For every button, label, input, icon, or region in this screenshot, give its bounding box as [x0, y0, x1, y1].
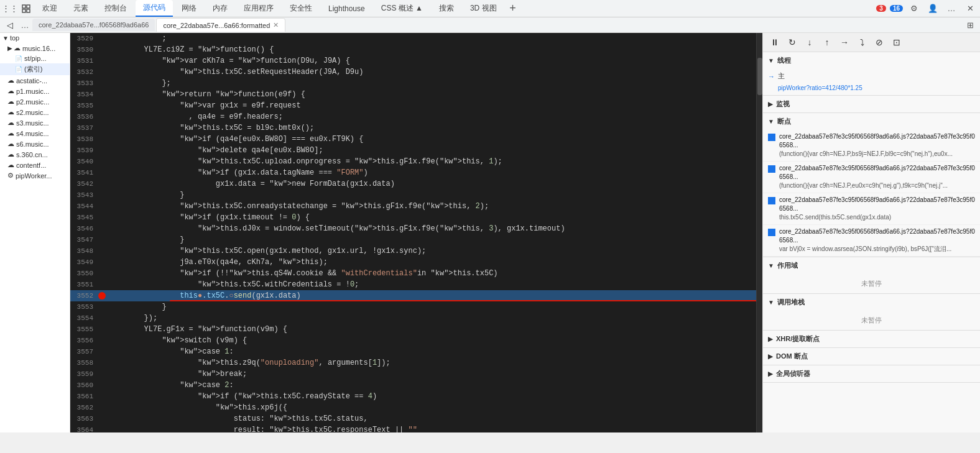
- code-line[interactable]: 3555 YL7E.gF1x = "kw">function(v9m) {: [70, 324, 762, 335]
- step-into-btn[interactable]: ↓: [803, 35, 816, 49]
- sidebar-item-acstatic[interactable]: ☁ acstatic-...: [0, 75, 70, 86]
- bp-checkbox-3[interactable]: [768, 197, 775, 204]
- code-line[interactable]: 3559 "kw">break;: [70, 368, 762, 380]
- code-line[interactable]: 3562 "kw">this.xp6j({: [70, 402, 762, 413]
- code-editor[interactable]: 3529 ;3530 YL7E.ci9Z = "kw">function() {…: [70, 33, 762, 432]
- code-line[interactable]: 3541 "kw">if (gx1x.data.tagName === "FOR…: [70, 167, 762, 178]
- scrollbar-thumb[interactable]: [757, 58, 762, 95]
- settings-icon[interactable]: ⚙: [907, 1, 922, 16]
- code-line[interactable]: 3551 "kw">this.tx5C.withCredentials = !0…: [70, 279, 762, 290]
- code-line[interactable]: 3560 "kw">case 2:: [70, 380, 762, 391]
- sidebar-item-s3music[interactable]: ☁ s3.music...: [0, 117, 70, 128]
- format-icon[interactable]: ⊞: [963, 17, 978, 32]
- more-icon[interactable]: …: [944, 1, 959, 16]
- tab-console[interactable]: 控制台: [97, 1, 134, 16]
- threads-header[interactable]: ▼ 线程: [763, 52, 980, 69]
- inspect-icon[interactable]: [19, 1, 34, 16]
- code-line[interactable]: 3534 "kw">return "kw">function(e9f) {: [70, 89, 762, 100]
- back-icon[interactable]: ◁: [2, 17, 17, 32]
- code-area[interactable]: 3529 ;3530 YL7E.ci9Z = "kw">function() {…: [70, 33, 762, 432]
- file-tab-2-close[interactable]: ✕: [273, 21, 279, 29]
- code-line[interactable]: 3553 }: [70, 301, 762, 313]
- tab-network[interactable]: 网络: [174, 1, 204, 16]
- code-line[interactable]: 3542 gx1x.data = "kw">new FormData(gx1x.…: [70, 178, 762, 190]
- tab-3d-view[interactable]: 3D 视图: [463, 1, 504, 16]
- add-tab-icon[interactable]: +: [506, 1, 520, 16]
- watch-header[interactable]: ▶ 监视: [763, 96, 980, 112]
- breakpoint-dot[interactable]: [98, 292, 106, 300]
- sidebar-item-s360[interactable]: ☁ s.360.cn...: [0, 149, 70, 160]
- code-line[interactable]: 3546 "kw">this.dJ0x = window.setTimeout(…: [70, 223, 762, 234]
- sidebar-item-s6music[interactable]: ☁ s6.music...: [0, 139, 70, 149]
- code-line[interactable]: 3529 ;: [70, 33, 762, 44]
- close-icon[interactable]: ✕: [963, 1, 978, 16]
- code-line[interactable]: 3531 "kw">var cKh7a = "kw">function(D9u,…: [70, 55, 762, 66]
- code-line[interactable]: 3537 "kw">this.tx5C = bl9c.bmt0x();: [70, 122, 762, 134]
- code-line[interactable]: 3539 "kw">delete qa4e[eu0x.BW8O];: [70, 145, 762, 156]
- tab-security[interactable]: 安全性: [282, 1, 320, 16]
- code-line[interactable]: 3532 "kw">this.tx5C.setRequestHeader(J9A…: [70, 66, 762, 78]
- code-line[interactable]: 3564 result: "kw">this.tx5C.responseText…: [70, 424, 762, 432]
- code-line[interactable]: 3535 "kw">var gx1x = e9f.request: [70, 100, 762, 111]
- tab-welcome[interactable]: 欢迎: [35, 1, 65, 16]
- sidebar-item-pipworker[interactable]: ⚙ pipWorker...: [0, 170, 70, 181]
- sidebar-item-s2music[interactable]: ☁ s2.music...: [0, 107, 70, 117]
- code-line[interactable]: 3550 "kw">if (!!"kw">this.qS4W.cookie &&…: [70, 268, 762, 279]
- sidebar-item-top[interactable]: ▼ top: [0, 33, 70, 43]
- sidebar-item-s4music[interactable]: ☁ s4.music...: [0, 128, 70, 139]
- tab-lighthouse[interactable]: Lighthouse: [321, 2, 372, 16]
- file-tab-2[interactable]: core_22dabaa57e...6a66:formatted ✕: [156, 18, 285, 32]
- code-line[interactable]: 3549 j9a.eT0x(qa4e, cKh7a, "kw">this);: [70, 257, 762, 268]
- code-line[interactable]: 3556 "kw">switch (v9m) {: [70, 335, 762, 346]
- tab-application[interactable]: 应用程序: [236, 1, 281, 16]
- pause-resume-btn[interactable]: ⏸: [768, 35, 782, 49]
- tab-memory[interactable]: 内存: [205, 1, 235, 16]
- code-line[interactable]: 3547 }: [70, 234, 762, 245]
- scrollbar[interactable]: [756, 33, 762, 432]
- sidebar-item-index[interactable]: 📄 (索引): [0, 63, 70, 75]
- dom-breakpoints-header[interactable]: ▶ DOM 断点: [763, 348, 980, 365]
- bp-checkbox-4[interactable]: [768, 229, 775, 236]
- bp-checkbox-1[interactable]: [768, 134, 775, 141]
- tab-elements[interactable]: 元素: [66, 1, 96, 16]
- code-line[interactable]: 3554 });: [70, 313, 762, 324]
- code-line[interactable]: 3538 "kw">if (qa4e[eu0x.BW8O] === eu0x.F…: [70, 134, 762, 145]
- file-tab-1[interactable]: core_22dabaa57e...f06568f9ad6a66: [32, 19, 155, 31]
- code-line[interactable]: 3543 }: [70, 190, 762, 201]
- tab-search[interactable]: 搜索: [432, 1, 461, 16]
- global-listeners-header[interactable]: ▶ 全局侦听器: [763, 365, 980, 382]
- code-line[interactable]: 3545 "kw">if (gx1x.timeout != 0) {: [70, 212, 762, 223]
- tab-sources[interactable]: 源代码: [136, 0, 173, 17]
- step-over-btn[interactable]: ↻: [785, 35, 799, 49]
- sidebar-item-contentf[interactable]: ☁ contentf...: [0, 160, 70, 170]
- code-line[interactable]: 3533 };: [70, 78, 762, 89]
- code-line[interactable]: 3558 "kw">this.z9q("onuploading", argume…: [70, 357, 762, 368]
- step-out-btn[interactable]: ↑: [820, 35, 834, 49]
- code-line[interactable]: 3552 this●.tx5C.○send(gx1x.data): [70, 290, 762, 301]
- user-icon[interactable]: 👤: [925, 1, 940, 16]
- sidebar-item-p1music[interactable]: ☁ p1.music...: [0, 86, 70, 96]
- code-line[interactable]: 3540 "kw">this.tx5C.upload.onprogress = …: [70, 156, 762, 167]
- scope-header[interactable]: ▼ 作用域: [763, 257, 980, 274]
- code-line[interactable]: 3557 "kw">case 1:: [70, 346, 762, 357]
- code-line[interactable]: 3536 , qa4e = e9f.headers;: [70, 111, 762, 122]
- tab-css-overview[interactable]: CSS 概述 ▲: [374, 1, 430, 16]
- code-line[interactable]: 3544 "kw">this.tx5C.onreadystatechange =…: [70, 201, 762, 212]
- disable-btn[interactable]: ⊘: [872, 35, 886, 49]
- sidebar-item-stpip[interactable]: 📄 st/pip...: [0, 53, 70, 63]
- blackbox-btn[interactable]: ⊡: [890, 35, 904, 49]
- call-stack-header[interactable]: ▼ 调用堆栈: [763, 294, 980, 311]
- more-files-icon[interactable]: …: [17, 17, 32, 32]
- code-line[interactable]: 3548 "kw">this.tx5C.open(gx1x.method, gx…: [70, 245, 762, 257]
- xhr-breakpoints-header[interactable]: ▶ XHR/提取断点: [763, 331, 980, 347]
- code-line[interactable]: 3561 "kw">if ("kw">this.tx5C.readyState …: [70, 391, 762, 402]
- sidebar-item-p2music[interactable]: ☁ p2.music...: [0, 96, 70, 107]
- step-btn[interactable]: →: [838, 35, 851, 49]
- sidebar-item-music16[interactable]: ▶ ☁ music.16...: [0, 43, 70, 53]
- deactivate-breakpoints-btn[interactable]: ⤵: [855, 35, 869, 49]
- breakpoints-header[interactable]: ▼ 断点: [763, 113, 980, 130]
- code-line[interactable]: 3563 status: "kw">this.tx5C.status,: [70, 413, 762, 424]
- devtools-icon[interactable]: ⋮⋮: [2, 1, 17, 16]
- thread-main[interactable]: → 主: [763, 69, 980, 83]
- code-line[interactable]: 3530 YL7E.ci9Z = "kw">function() {: [70, 44, 762, 55]
